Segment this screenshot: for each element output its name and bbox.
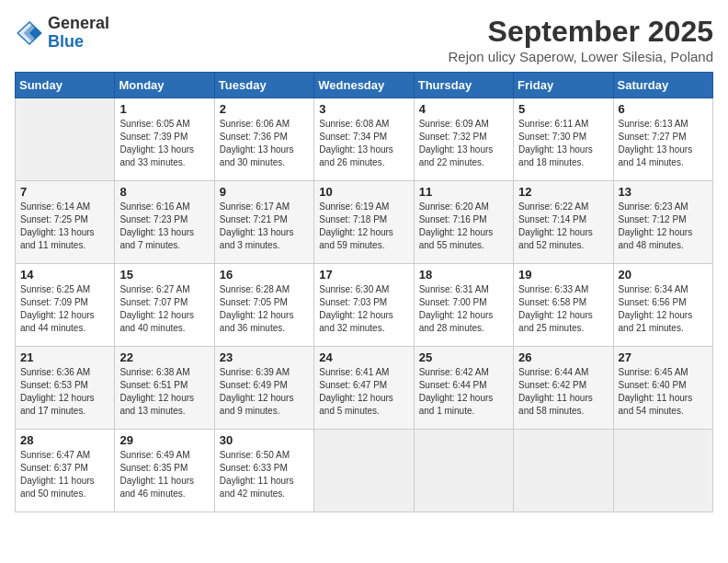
calendar-cell: 27Sunrise: 6:45 AMSunset: 6:40 PMDayligh… <box>613 347 712 430</box>
day-number: 16 <box>220 268 309 282</box>
calendar-week-1: 1Sunrise: 6:05 AMSunset: 7:39 PMDaylight… <box>16 98 713 181</box>
weekday-row: SundayMondayTuesdayWednesdayThursdayFrid… <box>16 73 713 98</box>
calendar-cell: 17Sunrise: 6:30 AMSunset: 7:03 PMDayligh… <box>314 264 414 347</box>
weekday-header-wednesday: Wednesday <box>314 73 414 98</box>
day-detail: Sunrise: 6:31 AMSunset: 7:00 PMDaylight:… <box>419 283 508 335</box>
day-detail: Sunrise: 6:08 AMSunset: 7:34 PMDaylight:… <box>319 118 408 169</box>
calendar-cell: 7Sunrise: 6:14 AMSunset: 7:25 PMDaylight… <box>16 181 115 264</box>
calendar-cell: 12Sunrise: 6:22 AMSunset: 7:14 PMDayligh… <box>514 181 613 264</box>
day-detail: Sunrise: 6:25 AMSunset: 7:09 PMDaylight:… <box>20 283 109 335</box>
day-detail: Sunrise: 6:44 AMSunset: 6:42 PMDaylight:… <box>518 366 608 418</box>
day-detail: Sunrise: 6:20 AMSunset: 7:16 PMDaylight:… <box>419 201 508 252</box>
day-number: 5 <box>518 102 608 116</box>
day-number: 10 <box>319 185 408 199</box>
day-detail: Sunrise: 6:45 AMSunset: 6:40 PMDaylight:… <box>619 366 708 418</box>
calendar-cell: 6Sunrise: 6:13 AMSunset: 7:27 PMDaylight… <box>613 98 712 181</box>
weekday-header-thursday: Thursday <box>414 73 513 98</box>
day-detail: Sunrise: 6:30 AMSunset: 7:03 PMDaylight:… <box>319 283 408 335</box>
day-detail: Sunrise: 6:16 AMSunset: 7:23 PMDaylight:… <box>119 201 209 252</box>
day-detail: Sunrise: 6:50 AMSunset: 6:33 PMDaylight:… <box>220 449 309 500</box>
day-detail: Sunrise: 6:39 AMSunset: 6:49 PMDaylight:… <box>220 366 309 418</box>
day-detail: Sunrise: 6:38 AMSunset: 6:51 PMDaylight:… <box>119 366 209 418</box>
weekday-header-saturday: Saturday <box>613 73 712 98</box>
day-number: 15 <box>119 268 209 282</box>
day-number: 28 <box>20 433 109 447</box>
calendar-cell: 21Sunrise: 6:36 AMSunset: 6:53 PMDayligh… <box>16 347 115 430</box>
calendar-cell: 5Sunrise: 6:11 AMSunset: 7:30 PMDaylight… <box>514 98 613 181</box>
day-detail: Sunrise: 6:05 AMSunset: 7:39 PMDaylight:… <box>119 118 209 169</box>
calendar-cell: 9Sunrise: 6:17 AMSunset: 7:21 PMDaylight… <box>214 181 313 264</box>
day-number: 2 <box>220 102 309 116</box>
calendar-cell: 13Sunrise: 6:23 AMSunset: 7:12 PMDayligh… <box>613 181 712 264</box>
day-number: 9 <box>220 185 309 199</box>
calendar-cell: 15Sunrise: 6:27 AMSunset: 7:07 PMDayligh… <box>115 264 214 347</box>
day-detail: Sunrise: 6:42 AMSunset: 6:44 PMDaylight:… <box>419 366 508 418</box>
day-number: 11 <box>419 185 508 199</box>
calendar-cell: 29Sunrise: 6:49 AMSunset: 6:35 PMDayligh… <box>115 430 214 512</box>
day-detail: Sunrise: 6:14 AMSunset: 7:25 PMDaylight:… <box>20 201 109 252</box>
calendar-cell: 10Sunrise: 6:19 AMSunset: 7:18 PMDayligh… <box>314 181 414 264</box>
day-detail: Sunrise: 6:13 AMSunset: 7:27 PMDaylight:… <box>619 118 708 169</box>
calendar-cell: 24Sunrise: 6:41 AMSunset: 6:47 PMDayligh… <box>314 347 414 430</box>
day-number: 27 <box>619 350 708 364</box>
day-detail: Sunrise: 6:17 AMSunset: 7:21 PMDaylight:… <box>220 201 309 252</box>
day-detail: Sunrise: 6:22 AMSunset: 7:14 PMDaylight:… <box>518 201 608 252</box>
day-number: 7 <box>20 185 109 199</box>
calendar-cell <box>613 430 712 512</box>
day-number: 25 <box>419 350 508 364</box>
day-detail: Sunrise: 6:34 AMSunset: 6:56 PMDaylight:… <box>619 283 708 335</box>
day-number: 18 <box>419 268 508 282</box>
page-header: General Blue September 2025 Rejon ulicy … <box>15 15 713 64</box>
calendar-cell: 23Sunrise: 6:39 AMSunset: 6:49 PMDayligh… <box>214 347 313 430</box>
day-detail: Sunrise: 6:41 AMSunset: 6:47 PMDaylight:… <box>319 366 408 418</box>
calendar-week-3: 14Sunrise: 6:25 AMSunset: 7:09 PMDayligh… <box>16 264 713 347</box>
day-detail: Sunrise: 6:49 AMSunset: 6:35 PMDaylight:… <box>119 449 209 500</box>
day-detail: Sunrise: 6:11 AMSunset: 7:30 PMDaylight:… <box>518 118 608 169</box>
calendar-table: SundayMondayTuesdayWednesdayThursdayFrid… <box>15 72 713 512</box>
day-number: 14 <box>20 268 109 282</box>
logo: General Blue <box>15 15 109 52</box>
day-number: 3 <box>319 102 408 116</box>
logo-text-general: General <box>48 14 109 32</box>
day-number: 24 <box>319 350 408 364</box>
calendar-header: SundayMondayTuesdayWednesdayThursdayFrid… <box>16 73 713 98</box>
calendar-cell: 3Sunrise: 6:08 AMSunset: 7:34 PMDaylight… <box>314 98 414 181</box>
day-number: 4 <box>419 102 508 116</box>
calendar-cell: 16Sunrise: 6:28 AMSunset: 7:05 PMDayligh… <box>214 264 313 347</box>
calendar-cell <box>414 430 513 512</box>
day-number: 19 <box>518 268 608 282</box>
day-detail: Sunrise: 6:33 AMSunset: 6:58 PMDaylight:… <box>518 283 608 335</box>
day-number: 26 <box>518 350 608 364</box>
calendar-cell: 1Sunrise: 6:05 AMSunset: 7:39 PMDaylight… <box>115 98 214 181</box>
day-number: 1 <box>119 102 209 116</box>
logo-text-blue: Blue <box>48 32 84 51</box>
day-detail: Sunrise: 6:23 AMSunset: 7:12 PMDaylight:… <box>619 201 708 252</box>
location-subtitle: Rejon ulicy Saperow, Lower Silesia, Pola… <box>449 49 714 64</box>
calendar-cell: 28Sunrise: 6:47 AMSunset: 6:37 PMDayligh… <box>16 430 115 512</box>
calendar-body: 1Sunrise: 6:05 AMSunset: 7:39 PMDaylight… <box>16 98 713 512</box>
calendar-cell: 4Sunrise: 6:09 AMSunset: 7:32 PMDaylight… <box>414 98 513 181</box>
weekday-header-sunday: Sunday <box>16 73 115 98</box>
day-number: 13 <box>619 185 708 199</box>
weekday-header-friday: Friday <box>514 73 613 98</box>
calendar-cell: 14Sunrise: 6:25 AMSunset: 7:09 PMDayligh… <box>16 264 115 347</box>
calendar-week-2: 7Sunrise: 6:14 AMSunset: 7:25 PMDaylight… <box>16 181 713 264</box>
title-area: September 2025 Rejon ulicy Saperow, Lowe… <box>449 15 714 64</box>
calendar-cell <box>16 98 115 181</box>
calendar-week-5: 28Sunrise: 6:47 AMSunset: 6:37 PMDayligh… <box>16 430 713 512</box>
calendar-cell: 18Sunrise: 6:31 AMSunset: 7:00 PMDayligh… <box>414 264 513 347</box>
day-number: 8 <box>119 185 209 199</box>
day-detail: Sunrise: 6:19 AMSunset: 7:18 PMDaylight:… <box>319 201 408 252</box>
day-detail: Sunrise: 6:28 AMSunset: 7:05 PMDaylight:… <box>220 283 309 335</box>
calendar-cell: 11Sunrise: 6:20 AMSunset: 7:16 PMDayligh… <box>414 181 513 264</box>
calendar-cell: 8Sunrise: 6:16 AMSunset: 7:23 PMDaylight… <box>115 181 214 264</box>
month-title: September 2025 <box>449 15 714 49</box>
day-detail: Sunrise: 6:06 AMSunset: 7:36 PMDaylight:… <box>220 118 309 169</box>
calendar-cell: 26Sunrise: 6:44 AMSunset: 6:42 PMDayligh… <box>514 347 613 430</box>
calendar-cell: 20Sunrise: 6:34 AMSunset: 6:56 PMDayligh… <box>613 264 712 347</box>
weekday-header-tuesday: Tuesday <box>214 73 313 98</box>
calendar-cell <box>314 430 414 512</box>
calendar-cell: 30Sunrise: 6:50 AMSunset: 6:33 PMDayligh… <box>214 430 313 512</box>
calendar-cell: 22Sunrise: 6:38 AMSunset: 6:51 PMDayligh… <box>115 347 214 430</box>
calendar-cell <box>514 430 613 512</box>
